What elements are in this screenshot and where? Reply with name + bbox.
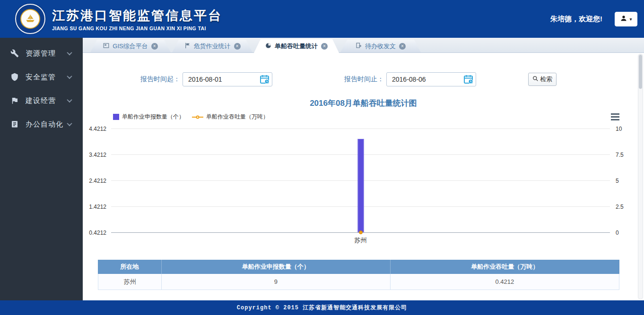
legend-line-swatch xyxy=(192,117,203,118)
platform-title: 江苏港口智能监管信息平台 xyxy=(52,7,222,24)
user-greeting: 朱培德，欢迎您! xyxy=(550,15,602,24)
sidebar-item-office-automation[interactable]: 办公自动化 xyxy=(0,112,83,136)
legend-item-line-series[interactable]: 单船作业吞吐量（万吨） xyxy=(192,113,269,121)
chart-legend: 单船作业申报数量（个） 单船作业吞吐量（万吨） xyxy=(83,113,644,121)
legend-line-label: 单船作业吞吐量（万吨） xyxy=(206,113,269,121)
send-document-icon xyxy=(356,43,362,50)
tab-dangerous-cargo-stats[interactable]: 危货作业统计 × xyxy=(172,40,252,52)
search-icon xyxy=(532,76,539,83)
tab-label: GIS综合平台 xyxy=(113,42,148,51)
filter-row: 报告时间起： 报告时间止： xyxy=(83,72,644,86)
document-icon xyxy=(9,119,20,129)
flag-icon xyxy=(184,43,191,50)
y-axis-right-tick: 7.5 xyxy=(616,152,624,158)
header-right: 朱培德，欢迎您! ▾ xyxy=(550,12,637,26)
scrollbar-thumb[interactable] xyxy=(639,55,642,89)
map-icon xyxy=(103,43,109,50)
close-icon[interactable]: × xyxy=(399,43,406,50)
platform-logo-icon xyxy=(15,4,45,34)
user-menu-button[interactable]: ▾ xyxy=(615,12,637,26)
chart-toolbox-icon[interactable] xyxy=(610,112,620,121)
tab-label: 单船吞吐量统计 xyxy=(275,42,318,51)
wrench-icon xyxy=(9,48,20,59)
report-start-label: 报告时间起： xyxy=(140,75,180,84)
flag-icon xyxy=(9,95,20,106)
report-start-field xyxy=(183,72,272,86)
copyright-text: Copyright © 2015 江苏省新通智能交通科技发展有限公司 xyxy=(237,304,407,312)
sidebar-item-resource-management[interactable]: 资源管理 xyxy=(0,42,83,65)
table-header-cell: 单船作业吞吐量（万吨） xyxy=(391,260,619,274)
search-button[interactable]: 检索 xyxy=(528,73,557,86)
summary-table: 所在地 单船作业申报数量（个） 单船作业吞吐量（万吨） 苏州 9 0.4212 xyxy=(98,260,619,290)
y-axis-left-tick: 2.4212 xyxy=(89,178,106,184)
chevron-down-icon xyxy=(67,121,72,126)
calendar-icon[interactable] xyxy=(463,74,474,85)
y-axis-left-tick: 3.4212 xyxy=(89,152,106,158)
search-button-label: 检索 xyxy=(540,75,552,84)
pie-chart-icon xyxy=(265,43,271,50)
table-cell: 9 xyxy=(162,274,390,289)
user-icon xyxy=(620,15,627,24)
y-axis-left-tick: 4.4212 xyxy=(89,126,106,132)
x-axis-category: 苏州 xyxy=(355,236,367,245)
report-end-label: 报告时间止： xyxy=(344,75,384,84)
y-axis-right-tick: 5 xyxy=(616,178,619,184)
calendar-icon[interactable] xyxy=(260,74,270,85)
close-icon[interactable]: × xyxy=(151,43,158,50)
shield-icon xyxy=(9,72,20,82)
legend-line-dot xyxy=(196,115,200,119)
header: 江苏港口智能监管信息平台 JIANG SU GANG KOU ZHI NENG … xyxy=(0,0,644,38)
tab-bar: GIS综合平台 × 危货作业统计 × 单船吞吐量统计 × xyxy=(83,38,644,53)
legend-bar-swatch xyxy=(113,114,119,120)
close-icon[interactable]: × xyxy=(321,43,328,50)
chart-plot: 4.4212 10 3.4212 7.5 2.4212 5 1.4212 2.5… xyxy=(111,128,610,232)
y-axis-left-tick: 1.4212 xyxy=(89,204,106,210)
tab-pending-documents[interactable]: 待办收发文 × xyxy=(340,40,421,52)
chevron-down-icon xyxy=(67,50,72,55)
gridline: 4.4212 10 xyxy=(111,128,610,129)
sidebar: 资源管理 安全监管 建设经营 办公自动化 xyxy=(0,38,83,300)
chart-title: 2016年08月单船吞吐量统计图 xyxy=(83,98,644,109)
report-end-input[interactable] xyxy=(386,72,476,86)
sidebar-item-safety-supervision[interactable]: 安全监管 xyxy=(0,65,83,89)
table-header-row: 所在地 单船作业申报数量（个） 单船作业吞吐量（万吨） xyxy=(98,260,619,274)
caret-down-icon: ▾ xyxy=(629,17,632,22)
legend-bar-label: 单船作业申报数量（个） xyxy=(122,113,184,121)
sidebar-item-label: 办公自动化 xyxy=(26,120,63,129)
legend-item-bar-series[interactable]: 单船作业申报数量（个） xyxy=(113,113,184,121)
report-start-input[interactable] xyxy=(183,72,272,86)
report-end-field xyxy=(386,72,476,86)
content-panel: 报告时间起： 报告时间止： xyxy=(83,53,644,300)
tab-gis-platform[interactable]: GIS综合平台 × xyxy=(90,40,171,52)
y-axis-right-tick: 2.5 xyxy=(616,204,624,210)
table-header-cell: 单船作业申报数量（个） xyxy=(162,260,391,274)
logo-ship-icon xyxy=(20,9,40,29)
chart-bar xyxy=(357,139,364,232)
sidebar-item-label: 资源管理 xyxy=(26,49,56,58)
table-cell: 0.4212 xyxy=(391,274,619,289)
y-axis-right-tick: 10 xyxy=(616,126,622,132)
close-icon[interactable]: × xyxy=(234,43,241,50)
tab-single-ship-throughput[interactable]: 单船吞吐量统计 × xyxy=(254,39,339,53)
brand-block: 江苏港口智能监管信息平台 JIANG SU GANG KOU ZHI NENG … xyxy=(52,7,222,31)
tab-label: 危货作业统计 xyxy=(194,42,231,51)
y-axis-left-tick: 0.4212 xyxy=(89,230,106,236)
sidebar-item-construction-operation[interactable]: 建设经营 xyxy=(0,89,83,112)
chevron-down-icon xyxy=(67,74,72,79)
chart-line-point xyxy=(359,230,363,234)
vertical-scrollbar[interactable] xyxy=(638,54,643,299)
main-area: GIS综合平台 × 危货作业统计 × 单船吞吐量统计 × xyxy=(83,38,644,300)
sidebar-item-label: 安全监管 xyxy=(26,73,56,82)
table-row: 苏州 9 0.4212 xyxy=(98,274,619,290)
sidebar-item-label: 建设经营 xyxy=(26,96,56,105)
y-axis-right-tick: 0 xyxy=(616,230,619,236)
platform-subtitle: JIANG SU GANG KOU ZHI NENG JIAN GUAN XIN… xyxy=(52,26,222,31)
chevron-down-icon xyxy=(67,97,72,102)
table-cell: 苏州 xyxy=(98,274,162,289)
footer: Copyright © 2015 江苏省新通智能交通科技发展有限公司 xyxy=(0,300,644,315)
tab-label: 待办收发文 xyxy=(365,42,396,51)
table-header-cell: 所在地 xyxy=(98,260,162,274)
